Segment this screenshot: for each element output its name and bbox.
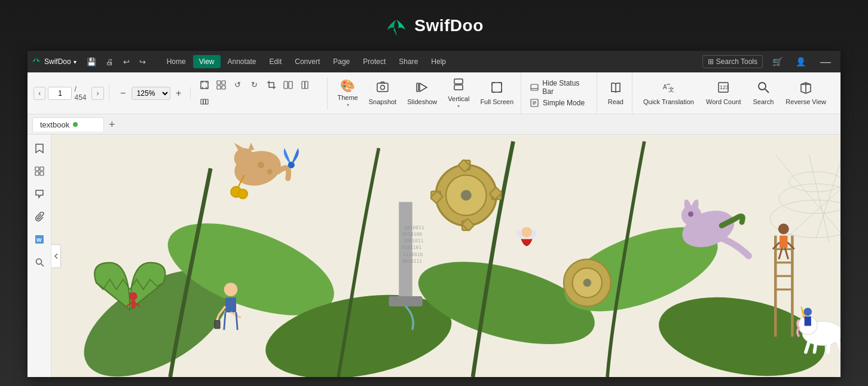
search-label: Search: [753, 98, 774, 105]
vertical-label: Vertical: [448, 95, 469, 102]
hide-status-bar-icon: [530, 83, 539, 92]
content-area: W: [27, 135, 841, 377]
svg-rect-16: [454, 79, 463, 84]
read-icon: [609, 81, 622, 97]
menu-help[interactable]: Help: [425, 55, 452, 68]
menu-protect[interactable]: Protect: [357, 55, 392, 68]
zoom-control: − 125% 50% 75% 100% 150% 200% +: [112, 87, 191, 100]
sidebar-comments-button[interactable]: [30, 185, 48, 203]
slideshow-button[interactable]: Slideshow: [402, 76, 442, 111]
svg-point-13: [380, 86, 384, 90]
quick-translation-icon: A 文: [662, 81, 675, 97]
svg-rect-8: [305, 81, 308, 89]
svg-line-102: [828, 341, 829, 352]
page-navigation: ‹ / 454 ›: [33, 85, 109, 102]
rotate-right-button[interactable]: ↻: [247, 77, 262, 93]
svg-point-26: [759, 83, 766, 90]
zoom-in-button[interactable]: +: [172, 87, 185, 100]
reverse-view-label: Reverse View: [786, 98, 826, 105]
svg-rect-67: [215, 321, 220, 329]
svg-rect-64: [225, 297, 236, 312]
app-window: SwifDoo ▾ 💾 🖨 ↩ ↪ Home View Annotate Edi…: [27, 51, 841, 377]
grid-view-button[interactable]: [213, 77, 229, 93]
undo-button[interactable]: ↩: [120, 56, 133, 68]
menu-annotate[interactable]: Annotate: [222, 55, 262, 68]
search-button[interactable]: Search: [748, 76, 778, 111]
zoom-select[interactable]: 125% 50% 75% 100% 150% 200%: [132, 87, 170, 100]
zoom-out-button[interactable]: −: [117, 87, 130, 100]
menu-edit[interactable]: Edit: [264, 55, 288, 68]
full-screen-button[interactable]: Full Screen: [475, 76, 518, 111]
hide-status-bar-row[interactable]: Hide Status Bar: [530, 79, 591, 96]
snapshot-button[interactable]: Snapshot: [364, 76, 401, 111]
svg-rect-18: [492, 83, 502, 92]
svg-rect-2: [222, 81, 225, 84]
top-branding: SwifDoo: [0, 0, 868, 51]
add-tab-button[interactable]: +: [106, 119, 118, 130]
svg-point-34: [36, 259, 41, 265]
print-button[interactable]: 🖨: [103, 56, 117, 68]
prev-page-button[interactable]: ‹: [33, 87, 45, 100]
file-tab[interactable]: textbook: [32, 117, 104, 132]
rotate-left-button[interactable]: ↺: [230, 77, 246, 93]
sidebar-search-button[interactable]: [30, 253, 48, 271]
search-tools-button[interactable]: ⊞ Search Tools: [702, 55, 763, 68]
svg-point-76: [688, 211, 693, 217]
app-title: SwifDoo: [414, 16, 484, 35]
sidebar-collapse-button[interactable]: [51, 244, 61, 268]
svg-text:0110100: 0110100: [402, 232, 422, 237]
svg-rect-10: [203, 99, 206, 104]
cart-icon-button[interactable]: 🛒: [769, 55, 786, 68]
menu-bar: Home View Annotate Edit Convert Page Pro…: [161, 55, 698, 68]
reverse-view-button[interactable]: Reverse View: [781, 76, 831, 111]
simple-mode-row[interactable]: Simple Mode: [530, 98, 591, 108]
menu-convert[interactable]: Convert: [289, 55, 326, 68]
title-logo: SwifDoo ▾: [32, 57, 77, 66]
main-toolbar-group: 🎨 Theme ▾ Snapshot: [330, 72, 521, 114]
file-tab-name: textbook: [40, 120, 69, 129]
sidebar-thumbnails-button[interactable]: [30, 162, 48, 180]
svg-rect-15: [417, 83, 418, 92]
quick-translation-button[interactable]: A 文 Quick Translation: [638, 76, 699, 111]
svg-point-47: [461, 190, 472, 200]
read-button[interactable]: Read: [602, 76, 629, 111]
page-number-input[interactable]: [48, 87, 72, 100]
snapshot-label: Snapshot: [369, 98, 396, 105]
pdf-viewer[interactable]: 1010011 0110100 1001011 0101101 1110010 …: [51, 135, 841, 377]
fit-page-button[interactable]: [197, 77, 212, 93]
title-dropdown-arrow[interactable]: ▾: [74, 59, 77, 65]
menu-view[interactable]: View: [193, 55, 221, 68]
vertical-button[interactable]: Vertical ▾: [443, 76, 474, 111]
svg-text:123: 123: [720, 84, 729, 90]
theme-label: Theme: [337, 94, 357, 101]
svg-point-113: [267, 169, 273, 174]
next-page-button[interactable]: ›: [91, 87, 103, 100]
sidebar-attachments-button[interactable]: [30, 208, 48, 226]
slideshow-label: Slideshow: [407, 98, 437, 105]
tab-modified-dot: [73, 122, 78, 127]
menu-page[interactable]: Page: [327, 55, 356, 68]
svg-rect-3: [217, 86, 221, 89]
redo-button[interactable]: ↪: [136, 56, 149, 68]
menu-share[interactable]: Share: [393, 55, 424, 68]
cover-page-button[interactable]: [297, 77, 313, 93]
crop-button[interactable]: [264, 77, 279, 93]
pdf-content: 1010011 0110100 1001011 0101101 1110010 …: [51, 135, 841, 377]
theme-button[interactable]: 🎨 Theme ▾: [332, 76, 362, 111]
sidebar-bookmark-button[interactable]: [30, 139, 48, 157]
svg-marker-14: [420, 83, 427, 92]
spread-button[interactable]: [197, 94, 212, 110]
save-button[interactable]: 💾: [84, 56, 99, 68]
search-icon: [757, 81, 770, 97]
svg-point-117: [288, 162, 295, 168]
two-page-button[interactable]: [280, 77, 296, 93]
full-screen-label: Full Screen: [480, 98, 514, 105]
word-count-button[interactable]: 123 Word Count: [701, 76, 746, 111]
user-icon-button[interactable]: 👤: [792, 55, 809, 68]
menu-home[interactable]: Home: [161, 55, 192, 68]
svg-rect-6: [289, 81, 292, 89]
minimize-button[interactable]: —: [815, 56, 836, 67]
sidebar-word-button[interactable]: W: [30, 230, 48, 248]
svg-point-63: [224, 283, 238, 297]
svg-point-59: [129, 292, 137, 300]
